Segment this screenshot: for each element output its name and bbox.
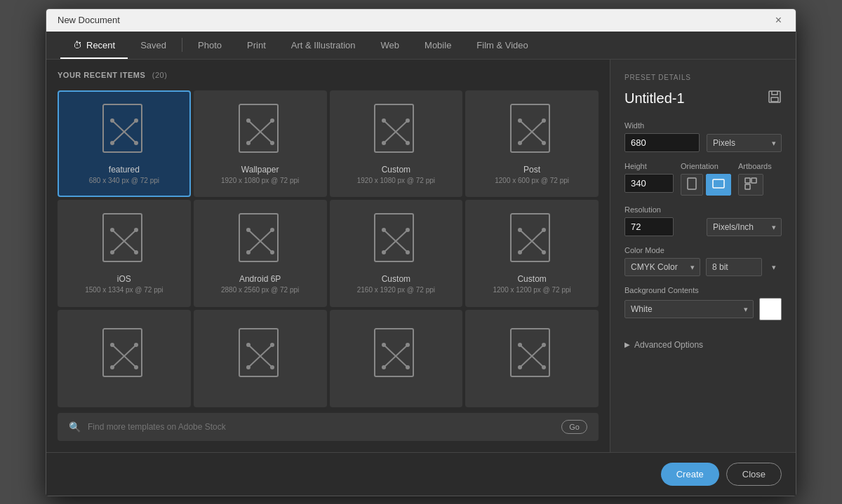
template-item[interactable]: iOS 1500 x 1334 px @ 72 ppi	[58, 200, 191, 307]
artboards-button[interactable]	[738, 174, 763, 196]
clock-icon: ⏱	[73, 40, 82, 50]
new-document-dialog: New Document × ⏱ Recent Saved Photo Prin…	[46, 8, 796, 496]
svg-rect-85	[771, 97, 778, 102]
template-item[interactable]: Wallpaper 1920 x 1080 px @ 72 ppi	[194, 90, 327, 198]
bg-contents-label: Background Contents	[624, 286, 782, 294]
portrait-button[interactable]	[681, 174, 703, 196]
tab-mobile[interactable]: Mobile	[412, 32, 464, 59]
resolution-group: Resolution	[624, 205, 700, 236]
svg-point-41	[270, 250, 274, 254]
svg-point-81	[542, 343, 546, 347]
advanced-options-toggle[interactable]: ▶ Advanced Options	[624, 340, 782, 350]
width-unit-wrapper: Pixels Inches Centimeters Millimeters Po…	[707, 134, 782, 152]
tab-saved[interactable]: Saved	[128, 32, 179, 59]
svg-point-59	[110, 343, 114, 347]
tab-photo[interactable]: Photo	[185, 32, 234, 59]
bg-contents-row: White Black Background Color Transparent	[624, 298, 782, 320]
svg-point-33	[110, 250, 114, 254]
template-item[interactable]	[194, 310, 327, 407]
resolution-label: Resolution	[624, 205, 700, 214]
width-input[interactable]	[624, 133, 700, 152]
svg-point-10	[246, 118, 250, 123]
bg-contents-select[interactable]: White Black Background Color Transparent	[624, 300, 754, 318]
template-item[interactable]	[330, 310, 463, 407]
svg-point-54	[518, 250, 522, 254]
svg-point-55	[542, 250, 546, 254]
svg-point-5	[110, 141, 114, 145]
svg-point-61	[110, 365, 114, 369]
svg-point-45	[382, 228, 386, 232]
resolution-unit-select[interactable]: Pixels/Inch Pixels/Centimeter	[707, 218, 782, 236]
preset-title-row: Untitled-1	[624, 90, 782, 107]
artboards-group: Artboards	[738, 162, 782, 196]
svg-point-73	[382, 343, 386, 347]
svg-rect-86	[688, 178, 696, 189]
template-item[interactable]	[58, 310, 191, 407]
svg-point-31	[110, 228, 114, 232]
tab-art-illustration[interactable]: Art & Illustration	[279, 32, 368, 59]
svg-rect-90	[745, 184, 750, 189]
template-item[interactable]: Custom 2160 x 1920 px @ 72 ppi	[330, 200, 463, 307]
tab-print[interactable]: Print	[234, 32, 279, 59]
color-depth-select[interactable]: 8 bit 16 bit 32 bit	[706, 258, 762, 276]
templates-grid: featured 680 x 340 px @ 72 ppi Wallpaper	[58, 90, 599, 407]
color-depth-wrapper: 8 bit 16 bit 32 bit	[706, 258, 782, 276]
template-item[interactable]: Post 1200 x 600 px @ 72 ppi	[465, 90, 599, 198]
resolution-input[interactable]	[624, 217, 674, 236]
template-item[interactable]: Android 6P 2880 x 2560 px @ 72 ppi	[194, 200, 327, 307]
svg-rect-88	[745, 178, 750, 183]
chevron-right-icon: ▶	[624, 341, 630, 348]
svg-point-12	[246, 141, 250, 145]
tab-web[interactable]: Web	[368, 32, 413, 59]
width-unit-select[interactable]: Pixels Inches Centimeters Millimeters Po…	[707, 134, 782, 152]
svg-point-18	[406, 118, 410, 123]
save-preset-button[interactable]	[768, 90, 782, 107]
title-close-button[interactable]: ×	[773, 15, 784, 26]
color-mode-select[interactable]: CMYK Color RGB Color Grayscale Lab Color…	[624, 258, 700, 276]
template-item[interactable]: Custom 1920 x 1080 px @ 72 ppi	[330, 90, 463, 198]
template-item[interactable]: Custom 1200 x 1200 px @ 72 ppi	[465, 200, 599, 307]
svg-point-11	[270, 118, 274, 123]
bg-color-swatch[interactable]	[759, 298, 782, 320]
template-item[interactable]: featured 680 x 340 px @ 72 ppi	[58, 90, 191, 198]
template-item[interactable]	[465, 310, 599, 407]
resolution-unit-wrapper: Pixels/Inch Pixels/Centimeter	[707, 218, 782, 236]
svg-point-38	[246, 228, 250, 232]
svg-point-3	[110, 118, 114, 123]
title-bar: New Document ×	[46, 9, 796, 32]
preset-label: PRESET DETAILS	[624, 74, 782, 81]
create-button[interactable]: Create	[661, 463, 719, 486]
width-row: Width Pixels Inches Centimeters Millimet…	[624, 121, 782, 152]
svg-point-25	[542, 118, 546, 123]
svg-point-47	[382, 250, 386, 254]
close-button[interactable]: Close	[726, 463, 782, 486]
go-button[interactable]: Go	[561, 420, 587, 434]
height-label: Height	[624, 162, 674, 170]
search-input[interactable]	[88, 422, 554, 432]
svg-point-26	[518, 141, 522, 145]
svg-point-40	[246, 250, 250, 254]
svg-point-27	[542, 141, 546, 145]
bg-contents-section: Background Contents White Black Backgrou…	[624, 286, 782, 330]
height-input[interactable]	[624, 174, 674, 193]
svg-point-74	[406, 343, 410, 347]
artboards-label: Artboards	[738, 162, 782, 170]
svg-point-20	[406, 141, 410, 145]
width-label: Width	[624, 121, 700, 130]
height-orientation-row: Height Orientation Artboards	[624, 162, 782, 196]
tabs-bar: ⏱ Recent Saved Photo Print Art & Illustr…	[46, 32, 796, 60]
resolution-row: Resolution Pixels/Inch Pixels/Centimeter	[624, 205, 782, 236]
action-buttons: Create Close	[46, 452, 796, 496]
svg-rect-89	[751, 178, 756, 183]
svg-point-6	[134, 141, 138, 145]
svg-point-66	[246, 343, 250, 347]
svg-point-24	[518, 118, 522, 123]
tab-divider	[182, 38, 182, 52]
tab-film-video[interactable]: Film & Video	[464, 32, 540, 59]
landscape-button[interactable]	[706, 174, 731, 196]
tab-recent[interactable]: ⏱ Recent	[60, 32, 128, 59]
height-group: Height	[624, 162, 674, 196]
color-mode-select-wrapper: CMYK Color RGB Color Grayscale Lab Color…	[624, 258, 700, 276]
section-header: YOUR RECENT ITEMS (20)	[58, 71, 599, 79]
svg-point-62	[134, 365, 138, 369]
